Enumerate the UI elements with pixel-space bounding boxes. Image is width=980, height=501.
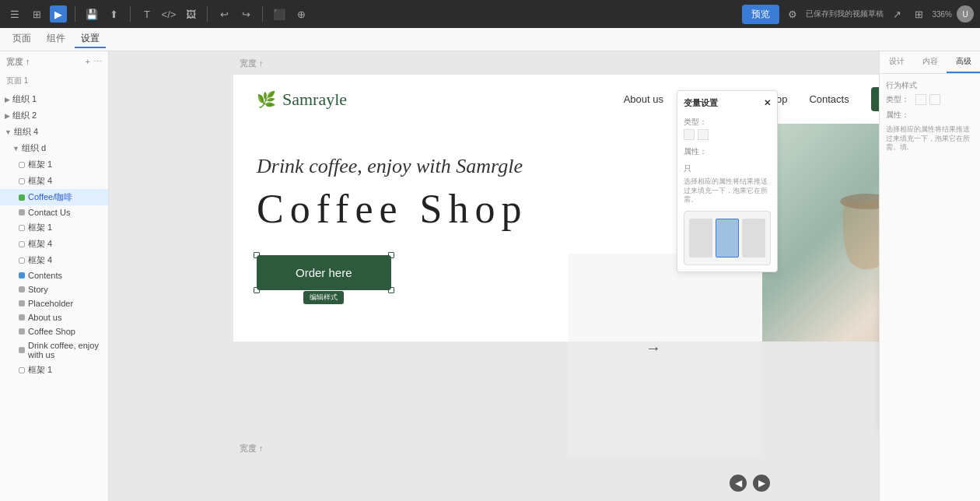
canvas-area: 宽度 ↑ 🌿 Samrayle About us Presentation Sh… xyxy=(109,51,879,501)
sidebar-item-frame4[interactable]: 框架 4 xyxy=(0,173,108,189)
sidebar-add-icon[interactable]: + xyxy=(86,57,90,67)
preview-button[interactable]: 预览 xyxy=(742,5,779,24)
toolbar-separator-3 xyxy=(207,6,208,22)
page-nav: ◀ ▶ xyxy=(730,475,770,492)
preview-thumb-1[interactable] xyxy=(689,219,712,258)
page-icon xyxy=(19,272,25,279)
page-label-top: 宽度 ↑ xyxy=(240,58,264,69)
frame-icon xyxy=(19,367,25,373)
right-tab-design[interactable]: 设计 xyxy=(880,51,913,73)
rp-type-checkbox[interactable] xyxy=(915,94,926,105)
sidebar-item-frame4b[interactable]: 框架 4 xyxy=(0,236,108,252)
hero-subtitle: Drink coffee, enjoy with Samrgle xyxy=(257,155,739,178)
sidebar-item-label: Placeholder xyxy=(28,299,73,308)
toolbar-separator-1 xyxy=(75,6,75,22)
sidebar-item-placeholder[interactable]: Placeholder xyxy=(0,296,108,310)
menu-icon[interactable]: ☰ xyxy=(6,5,23,23)
toolbar-separator-4 xyxy=(262,6,263,22)
settings-row-type: 类型： xyxy=(684,114,771,140)
sidebar-item-frame4c[interactable]: 框架 4 xyxy=(0,252,108,268)
coffee-placeholder xyxy=(762,124,879,342)
page-icon xyxy=(19,194,25,201)
preview-thumbnails xyxy=(689,219,765,258)
preview-thumb-2[interactable] xyxy=(716,219,739,258)
layers-icon[interactable]: ⊞ xyxy=(28,5,45,23)
sidebar-item-label: 组织 4 xyxy=(14,126,38,138)
sidebar-item-group1[interactable]: ▶ 组织 1 xyxy=(0,91,108,107)
sidebar-item-frame1b[interactable]: 框架 1 xyxy=(0,219,108,236)
nav-contact-button[interactable]: Contact Us xyxy=(871,87,879,111)
image-icon[interactable]: 🖼 xyxy=(182,5,199,23)
sidebar-item-label: 框架 1 xyxy=(28,222,52,233)
right-tab-advanced[interactable]: 高级 xyxy=(947,51,980,73)
left-sidebar: 宽度 ↑ + ⋯ 页面 1 ▶ 组织 1 ▶ 组织 2 ▼ 组织 4 xyxy=(0,51,109,501)
preview-thumb-3[interactable] xyxy=(742,219,765,258)
sidebar-item-drinktext[interactable]: Drink coffee, enjoy with us xyxy=(0,338,108,362)
right-tab-content[interactable]: 内容 xyxy=(913,51,947,73)
grid-icon[interactable]: ⊞ xyxy=(910,5,927,23)
sidebar-item-coffee[interactable]: Coffee/咖啡 xyxy=(0,189,108,205)
settings-row-attr: 属性： xyxy=(684,143,771,157)
tab-components[interactable]: 组件 xyxy=(40,30,72,48)
sidebar-item-contents[interactable]: Contents xyxy=(0,268,108,282)
website-preview[interactable]: 🌿 Samrayle About us Presentation Shop Co… xyxy=(233,75,879,342)
tab-settings[interactable]: 设置 xyxy=(75,30,106,48)
sidebar-item-frame1c[interactable]: 框架 1 xyxy=(0,362,108,378)
play-icon[interactable]: ▶ xyxy=(50,5,67,23)
settings-panel-title: 变量设置 ✕ xyxy=(684,97,771,109)
hero-arrow[interactable]: → xyxy=(646,339,661,357)
sidebar-item-contact[interactable]: Contact Us xyxy=(0,205,108,219)
export-icon[interactable]: ⬆ xyxy=(105,5,122,23)
text-icon[interactable]: T xyxy=(138,5,156,23)
caret-icon: ▼ xyxy=(5,128,12,136)
sidebar-item-label: Drink coffee, enjoy with us xyxy=(28,341,103,359)
caret-icon: ▶ xyxy=(5,112,10,120)
page-icon xyxy=(19,347,25,353)
nav-link-contacts[interactable]: Contacts xyxy=(809,93,849,105)
sidebar-item-group2[interactable]: ▶ 组织 2 xyxy=(0,107,108,124)
type-checkbox[interactable] xyxy=(684,129,695,140)
order-button[interactable]: Order here xyxy=(257,255,391,290)
redo-icon[interactable]: ↪ xyxy=(237,5,254,23)
settings-icon[interactable]: ⚙ xyxy=(784,5,801,23)
sidebar-item-label: 框架 4 xyxy=(28,238,52,250)
preview-toggle[interactable]: ⬛ xyxy=(271,5,288,23)
page-nav-prev[interactable]: ◀ xyxy=(730,475,747,492)
frame-icon xyxy=(19,225,25,231)
caret-icon: ▶ xyxy=(5,96,10,103)
user-info: 336% xyxy=(932,10,952,19)
sidebar-item-group4[interactable]: ▼ 组织 4 xyxy=(0,124,108,140)
sidebar-item-frame1[interactable]: 框架 1 xyxy=(0,156,108,173)
nav-link-about[interactable]: About us xyxy=(624,93,663,105)
frame-icon xyxy=(19,258,25,264)
user-avatar[interactable]: U xyxy=(957,5,974,23)
right-panel-content: 行为样式 类型： 属性： 选择相应的属性将结果推送过来填充一下，泡果它在所需。填… xyxy=(880,74,980,159)
settings-hint: 选择相应的属性将结果推送过来填充一下，泡果它在所需。 xyxy=(684,177,771,205)
page-icon xyxy=(19,286,25,293)
settings-title-text: 变量设置 xyxy=(684,97,718,109)
sidebar-item-label: Coffee/咖啡 xyxy=(28,191,72,203)
sidebar-item-orgd[interactable]: ▼ 组织 d xyxy=(0,140,108,156)
sidebar-item-story[interactable]: Story xyxy=(0,282,108,296)
coffee-svg xyxy=(821,178,879,287)
site-logo[interactable]: 🌿 Samrayle xyxy=(257,89,347,110)
frame-icon xyxy=(19,178,25,184)
expand-icon[interactable]: ⊕ xyxy=(292,5,310,23)
type-checkbox2[interactable] xyxy=(698,129,709,140)
share-icon[interactable]: ↗ xyxy=(888,5,905,23)
rp-hint: 选择相应的属性将结果推送过来填充一下，泡果它在所需。填. xyxy=(886,125,974,152)
settings-close-icon[interactable]: ✕ xyxy=(764,98,771,108)
sidebar-item-label: 框架 1 xyxy=(28,364,52,376)
sidebar-item-aboutus[interactable]: About us xyxy=(0,310,108,324)
sidebar-more-icon[interactable]: ⋯ xyxy=(93,57,102,67)
rp-type-checkbox2[interactable] xyxy=(929,94,940,105)
settings-type-label: 类型： xyxy=(684,117,707,126)
page-nav-next[interactable]: ▶ xyxy=(753,475,770,492)
save-icon[interactable]: 💾 xyxy=(83,5,100,23)
tab-pages[interactable]: 页面 xyxy=(6,30,37,48)
undo-icon[interactable]: ↩ xyxy=(215,5,233,23)
sidebar-item-coffeeshop[interactable]: Coffee Shop xyxy=(0,324,108,338)
sidebar-item-label: 组织 d xyxy=(22,142,46,154)
code-icon[interactable]: </> xyxy=(160,5,177,23)
edit-badge[interactable]: 编辑样式 xyxy=(303,291,344,304)
